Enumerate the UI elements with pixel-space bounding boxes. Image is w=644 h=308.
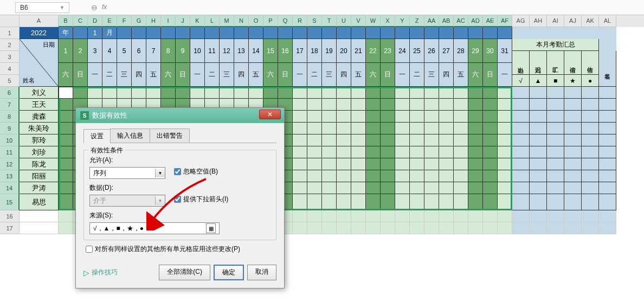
attendance-cell[interactable] [410,87,424,99]
attendance-cell[interactable] [307,123,322,134]
attendance-cell[interactable] [410,170,424,182]
attendance-cell[interactable] [337,99,351,111]
attendance-cell[interactable] [468,158,483,170]
attendance-cell[interactable] [322,194,337,210]
attendance-cell[interactable] [424,123,439,134]
attendance-cell[interactable] [293,99,307,111]
attendance-cell[interactable] [468,146,483,158]
attendance-cell[interactable] [307,158,322,170]
attendance-cell[interactable] [454,87,468,99]
allow-select[interactable]: 序列 ▼ [89,167,165,179]
column-header[interactable]: AB [439,15,454,27]
attendance-cell[interactable] [498,194,512,210]
column-header[interactable]: AH [530,15,547,27]
attendance-cell[interactable] [498,111,512,123]
attendance-cell[interactable] [468,182,483,194]
attendance-cell[interactable] [483,99,498,111]
column-header[interactable]: AI [547,15,564,27]
attendance-cell[interactable] [424,182,439,194]
attendance-cell[interactable] [351,87,366,99]
attendance-cell[interactable] [366,111,381,123]
attendance-cell[interactable] [424,194,439,210]
column-header[interactable]: AJ [564,15,582,27]
attendance-cell[interactable] [337,194,351,210]
attendance-cell[interactable] [351,134,366,146]
column-header[interactable]: O [249,15,263,27]
attendance-cell[interactable] [381,146,395,158]
attendance-cell[interactable] [307,87,322,99]
attendance-cell[interactable] [337,87,351,99]
attendance-cell[interactable] [483,194,498,210]
attendance-cell[interactable] [468,87,483,99]
attendance-cell[interactable] [366,194,381,210]
row-header[interactable]: 16 [0,210,20,222]
column-header[interactable]: AG [512,15,530,27]
row-header[interactable]: 3 [0,51,20,63]
attendance-cell[interactable] [483,158,498,170]
cancel-button[interactable]: 取消 [247,265,276,280]
attendance-cell[interactable] [498,99,512,111]
column-header[interactable]: AA [424,15,439,27]
column-header[interactable]: Q [278,15,293,27]
attendance-cell[interactable] [366,182,381,194]
row-header[interactable]: 10 [0,134,20,146]
attendance-cell[interactable] [88,87,102,99]
attendance-cell[interactable] [498,146,512,158]
row-header[interactable]: 14 [0,182,20,194]
attendance-cell[interactable] [322,158,337,170]
row-header[interactable]: 8 [0,111,20,123]
attendance-cell[interactable] [381,87,395,99]
row-header[interactable]: 12 [0,158,20,170]
row-header[interactable]: 6 [0,87,20,99]
attendance-cell[interactable] [59,170,73,182]
attendance-cell[interactable] [424,134,439,146]
attendance-cell[interactable] [483,170,498,182]
attendance-cell[interactable] [366,158,381,170]
attendance-cell[interactable] [337,182,351,194]
attendance-cell[interactable] [410,146,424,158]
attendance-cell[interactable] [424,170,439,182]
attendance-cell[interactable] [322,182,337,194]
attendance-cell[interactable] [439,134,454,146]
attendance-cell[interactable] [395,146,410,158]
attendance-cell[interactable] [146,87,161,99]
column-header[interactable]: T [322,15,337,27]
attendance-cell[interactable] [439,99,454,111]
column-header[interactable]: AK [582,15,599,27]
attendance-cell[interactable] [395,99,410,111]
attendance-cell[interactable] [132,87,146,99]
column-header[interactable]: M [220,15,234,27]
attendance-cell[interactable] [439,146,454,158]
column-header[interactable]: L [205,15,220,27]
attendance-cell[interactable] [351,194,366,210]
row-header[interactable]: 4 [0,63,20,75]
row-header[interactable]: 11 [0,146,20,158]
attendance-cell[interactable] [322,111,337,123]
attendance-cell[interactable] [454,134,468,146]
attendance-cell[interactable] [366,123,381,134]
attendance-cell[interactable] [366,170,381,182]
attendance-cell[interactable] [293,134,307,146]
row-header[interactable]: 9 [0,123,20,134]
attendance-cell[interactable] [439,87,454,99]
attendance-cell[interactable] [351,170,366,182]
attendance-cell[interactable] [293,146,307,158]
cancel-formula-icon[interactable]: ⊖ [91,3,98,12]
attendance-cell[interactable] [381,170,395,182]
attendance-cell[interactable] [498,134,512,146]
attendance-cell[interactable] [322,146,337,158]
column-header[interactable]: V [351,15,366,27]
attendance-cell[interactable] [351,99,366,111]
column-header[interactable]: H [146,15,161,27]
column-header[interactable]: G [132,15,146,27]
attendance-cell[interactable] [381,99,395,111]
row-header[interactable]: 1 [0,27,20,39]
attendance-cell[interactable] [454,194,468,210]
attendance-cell[interactable] [59,194,73,210]
attendance-cell[interactable] [454,111,468,123]
attendance-cell[interactable] [439,158,454,170]
attendance-cell[interactable] [454,170,468,182]
attendance-cell[interactable] [293,170,307,182]
attendance-cell[interactable] [59,99,73,111]
column-header[interactable]: AC [454,15,468,27]
